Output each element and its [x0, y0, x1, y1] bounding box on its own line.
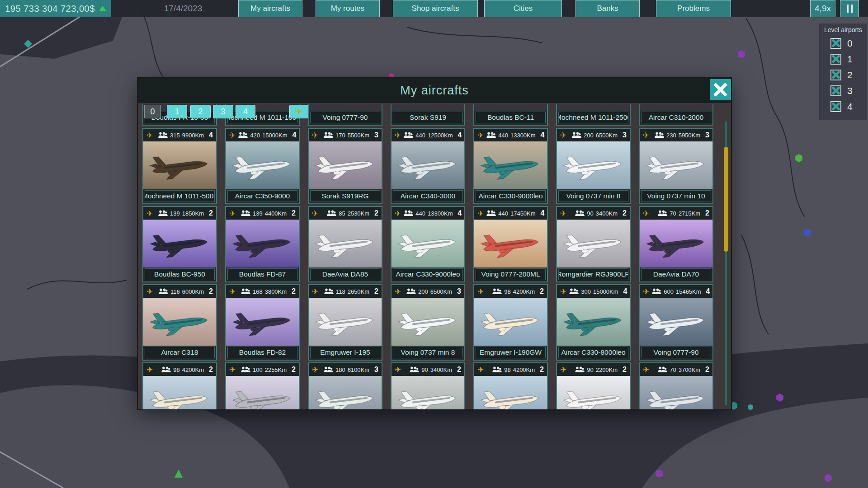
- speed-display[interactable]: 4,9x: [810, 0, 835, 17]
- aircraft-card[interactable]: ✈ 440 12500Km 4 Aircar C340-3000: [391, 128, 465, 204]
- close-button[interactable]: [710, 79, 731, 100]
- aircraft-card[interactable]: ✈ 139 4400Km 2 Boudlas FD-87: [225, 206, 300, 282]
- aircraft-card[interactable]: ✈ 85 2530Km 2 DaeAvia DA85: [308, 206, 382, 282]
- aircraft-silhouette: [645, 146, 707, 185]
- aircraft-row: ✈ 139 1850Km 2 Boudlas BC-950 ✈: [142, 206, 713, 282]
- aircraft-card[interactable]: ✈ 168 3800Km 2 Boudlas FD-82: [225, 284, 300, 361]
- aircraft-silhouette: [314, 224, 376, 263]
- filter-tab-2[interactable]: 2: [190, 105, 211, 118]
- filter-tab-1[interactable]: 1: [167, 105, 187, 118]
- aircraft-card[interactable]: ✈ Boudlas BC-11: [473, 104, 548, 126]
- aircraft-card[interactable]: ✈ 90 3400Km 2 Romgardier RGJ900LR: [556, 206, 631, 282]
- aircraft-card[interactable]: ✈ 440 13300Km 4 Aircar C330-9000leo: [473, 128, 548, 204]
- aircraft-card[interactable]: ✈ 98 4200Km 2 Emgruwer I-190GW: [473, 284, 548, 361]
- aircraft-card[interactable]: ✈ Sorak S919: [391, 104, 465, 126]
- aircraft-silhouette: [396, 380, 459, 409]
- aircraft-image: [392, 141, 464, 189]
- aircraft-grid: ✈ Boudlas FR-10-50 ✈: [138, 104, 723, 409]
- passengers-icon: [324, 288, 334, 295]
- nav-button-banks[interactable]: Banks: [576, 0, 640, 17]
- nav-button-problems[interactable]: Problems: [656, 0, 731, 17]
- aircraft-card-header: ✈ 98 4200Km 2: [143, 363, 216, 376]
- aircraft-card[interactable]: ✈ 170 5500Km 3 Sorak S919RG: [308, 128, 382, 204]
- level-checkbox-label: 0: [847, 38, 853, 49]
- passengers-icon: [657, 210, 667, 217]
- level-checkbox-1[interactable]: [830, 54, 841, 65]
- aircraft-card[interactable]: ✈ 230 5950Km 3 Voing 0737 min 10: [639, 128, 713, 204]
- aircraft-silhouette: [479, 380, 542, 409]
- aircraft-silhouette: [562, 302, 624, 342]
- aircraft-silhouette: [562, 380, 624, 409]
- aircraft-card[interactable]: ✈ 315 9900Km 4 Mochneed M 1011-5000: [142, 128, 217, 204]
- level-checkbox-0[interactable]: [830, 38, 841, 49]
- aircraft-silhouette: [231, 146, 293, 185]
- passenger-count: 90: [587, 210, 593, 217]
- aircraft-image: [309, 104, 382, 111]
- passenger-count: 85: [339, 210, 345, 217]
- aircraft-card[interactable]: ✈ 100 2255Km 2: [225, 362, 300, 409]
- aircraft-card[interactable]: ✈ 440 17450Km 4 Voing 0777-200ML: [473, 206, 548, 282]
- money-up-icon: [99, 6, 106, 11]
- passengers-icon: [241, 288, 250, 295]
- level-checkbox-2[interactable]: [830, 70, 841, 80]
- nav-button-cities[interactable]: Cities: [484, 0, 562, 17]
- aircraft-card[interactable]: ✈ 70 2715Km 2 DaeAvia DA70: [639, 206, 713, 282]
- aircraft-card-header: ✈ 168 3800Km 2: [226, 285, 299, 298]
- aircraft-name: Voing 0737 min 8: [558, 190, 628, 202]
- aircraft-card[interactable]: ✈ 440 13300Km 4 Aircar C330-9000leo: [391, 206, 465, 282]
- scrollbar-thumb[interactable]: [724, 147, 728, 252]
- aircraft-image: [557, 141, 630, 189]
- filter-tab-0[interactable]: 0: [144, 105, 161, 118]
- aircraft-card[interactable]: ✈ 200 6500Km 3 Voing 0737 min 8: [391, 284, 465, 361]
- aircraft-card[interactable]: ✈ Mochneed M 1011-2500: [556, 104, 631, 126]
- aircraft-card[interactable]: ✈ 118 2650Km 2 Emgruwer I-195: [308, 284, 382, 361]
- aircraft-silhouette: [396, 302, 459, 342]
- aircraft-card-header: ✈ 230 5950Km 3: [640, 129, 712, 141]
- aircraft-card[interactable]: ✈ 420 15000Km 4 Aircar C350-9000: [225, 128, 300, 204]
- aircraft-card[interactable]: ✈ 300 15000Km 4 Aircar C330-8000leo: [556, 284, 631, 361]
- level-badge: 2: [623, 209, 627, 217]
- aircraft-card[interactable]: ✈ 139 1850Km 2 Boudlas BC-950: [142, 206, 217, 282]
- aircraft-card-header: ✈ 90 2200Km 2: [557, 363, 630, 376]
- aircraft-image: [640, 104, 712, 111]
- plane-filter-tab[interactable]: ✈: [289, 105, 308, 118]
- filter-tab-4[interactable]: 4: [236, 105, 255, 118]
- aircraft-name: Boudlas BC-11: [476, 112, 546, 123]
- nav-button-shop-aircrafts[interactable]: Shop aircrafts: [393, 0, 478, 17]
- filter-tab-3[interactable]: 3: [213, 105, 233, 118]
- level-checkbox-3[interactable]: [830, 85, 841, 96]
- nav-button-my-aircrafts[interactable]: My aircrafts: [238, 0, 302, 17]
- aircraft-name: Aircar C340-3000: [393, 190, 463, 202]
- aircraft-name: Emgruwer I-190GW: [476, 347, 546, 358]
- aircraft-card[interactable]: ✈ 70 3700Km 2: [639, 362, 713, 409]
- aircraft-card[interactable]: ✈ 116 6000Km 2 Aircar C318: [142, 284, 217, 361]
- aircraft-card[interactable]: ✈ Voing 0777-90: [308, 104, 382, 126]
- passenger-count: 200: [584, 132, 594, 139]
- aircraft-card[interactable]: ✈ 200 6500Km 3 Voing 0737 min 8: [556, 128, 631, 204]
- range-value: 6500Km: [430, 288, 452, 295]
- range-value: 15465Km: [676, 288, 701, 295]
- passenger-count: 70: [670, 366, 676, 373]
- nav-button-my-routes[interactable]: My routes: [316, 0, 380, 17]
- passenger-count: 300: [581, 288, 591, 295]
- level-airport-row: 2: [830, 69, 867, 81]
- aircraft-image: [640, 376, 712, 409]
- level-checkbox-label: 1: [847, 54, 853, 65]
- range-value: 6100Km: [348, 366, 369, 373]
- aircraft-silhouette: [396, 146, 459, 185]
- level-checkbox-label: 4: [847, 101, 853, 112]
- plane-icon: ✈: [229, 365, 236, 375]
- aircraft-card[interactable]: ✈ 98 4200Km 2: [142, 362, 217, 409]
- passengers-icon: [323, 366, 333, 373]
- aircraft-card[interactable]: ✈ Aircar C310-2000: [639, 104, 713, 126]
- plane-icon: ✈: [477, 131, 484, 140]
- aircraft-card[interactable]: ✈ 600 15465Km 4 Voing 0777-90: [639, 284, 713, 361]
- map-marker-circle[interactable]: [748, 404, 753, 410]
- aircraft-card[interactable]: ✈ 90 2200Km 2: [556, 362, 631, 409]
- pause-button[interactable]: [840, 0, 859, 17]
- aircraft-name: Emgruwer I-195: [310, 347, 380, 358]
- level-checkbox-4[interactable]: [830, 101, 841, 112]
- aircraft-card[interactable]: ✈ 98 4200Km 2: [473, 362, 548, 409]
- aircraft-card[interactable]: ✈ 90 3400Km 2: [391, 362, 465, 409]
- aircraft-card[interactable]: ✈ 180 6100Km 3: [308, 362, 382, 409]
